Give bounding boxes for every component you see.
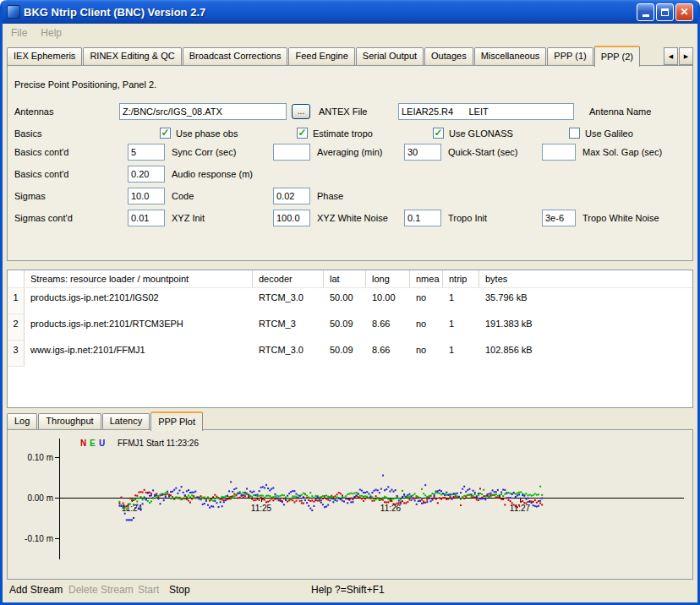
browse-antex-button[interactable]: ... xyxy=(292,104,310,119)
sync-corr-input[interactable] xyxy=(128,144,165,161)
cell-bytes: 102.856 kB xyxy=(479,341,692,367)
table-row[interactable]: 1 products.igs-ip.net:2101/IGS02 RTCM_3.… xyxy=(8,288,692,314)
maximize-button[interactable] xyxy=(656,3,674,21)
cell-long: 8.66 xyxy=(366,341,410,367)
audio-response-input[interactable] xyxy=(128,166,165,183)
max-sol-gap-label: Max Sol. Gap (sec) xyxy=(582,147,662,157)
header-nmea[interactable]: nmea xyxy=(410,270,443,287)
close-icon: ✕ xyxy=(680,7,688,17)
tab-log[interactable]: Log xyxy=(7,413,37,429)
cell-mountpoint: products.igs-ip.net:2101/IGS02 xyxy=(25,288,253,314)
legend-e: E xyxy=(90,439,96,448)
header-decoder[interactable]: decoder xyxy=(253,270,324,287)
delete-stream-button[interactable]: Delete Stream xyxy=(68,584,134,596)
tab-ppp-2[interactable]: PPP (2) xyxy=(594,46,640,67)
stop-button[interactable]: Stop xyxy=(169,584,190,596)
header-mountpoint[interactable]: Streams: resource loader / mountpoint xyxy=(25,270,253,287)
window-title: BKG Ntrip Client (BNC) Version 2.7 xyxy=(24,6,637,19)
quick-start-input[interactable] xyxy=(404,144,441,161)
x-tick-label: 11:27 xyxy=(510,504,531,513)
estimate-tropo-checkbox[interactable]: ✓ xyxy=(297,128,308,139)
antex-file-input[interactable] xyxy=(119,103,287,120)
check-icon: ✓ xyxy=(434,128,442,137)
menu-file[interactable]: File xyxy=(4,25,34,41)
basics-contd2-label: Basics cont'd xyxy=(14,169,68,179)
xyz-init-label: XYZ Init xyxy=(172,213,205,223)
row-number: 3 xyxy=(8,341,25,367)
sigma-code-label: Code xyxy=(172,191,194,201)
sigma-phase-input[interactable] xyxy=(273,188,310,204)
tropo-white-noise-input[interactable] xyxy=(542,210,576,226)
cell-mountpoint: www.igs-ip.net:2101/FFMJ1 xyxy=(25,341,253,367)
tab-ppp-1[interactable]: PPP (1) xyxy=(547,47,593,65)
audio-response-label: Audio response (m) xyxy=(172,169,253,179)
antex-file-label: ANTEX File xyxy=(319,106,367,117)
tab-throughput[interactable]: Throughput xyxy=(38,413,101,429)
antenna-name-label: Antenna Name xyxy=(589,106,651,117)
cell-lat: 50.09 xyxy=(324,341,366,367)
header-lat[interactable]: lat xyxy=(324,270,366,287)
table-row[interactable]: 2 products.igs-ip.net:2101/RTCM3EPH RTCM… xyxy=(8,314,692,341)
basics-contd-label: Basics cont'd xyxy=(14,147,68,157)
menu-help[interactable]: Help xyxy=(34,25,68,41)
tab-ppp-plot[interactable]: PPP Plot xyxy=(150,412,203,431)
close-button[interactable]: ✕ xyxy=(675,3,693,21)
minimize-button[interactable] xyxy=(637,3,654,21)
streams-table: Streams: resource loader / mountpoint de… xyxy=(7,270,693,408)
tab-outages[interactable]: Outages xyxy=(424,47,473,65)
tab-feed-engine[interactable]: Feed Engine xyxy=(288,47,354,65)
header-bytes[interactable]: bytes xyxy=(479,270,692,287)
menu-bar: File Help xyxy=(3,24,697,42)
cell-ntrip: 1 xyxy=(443,288,479,314)
streams-table-header: Streams: resource loader / mountpoint de… xyxy=(8,270,692,288)
xyz-init-input[interactable] xyxy=(128,210,165,226)
help-shortcut-label: Help ?=Shift+F1 xyxy=(311,584,385,596)
panel-caption: Precise Point Positioning, Panel 2. xyxy=(14,79,156,90)
cell-lat: 50.00 xyxy=(324,288,366,314)
x-tick-label: 11:26 xyxy=(380,504,402,513)
y-tick-label: -0.10 m xyxy=(25,534,53,543)
tab-latency[interactable]: Latency xyxy=(102,413,150,429)
tab-rinex-editing-qc[interactable]: RINEX Editing & QC xyxy=(83,47,181,65)
tab-miscellaneous[interactable]: Miscellaneous xyxy=(474,47,547,65)
tab-iex-ephemeris[interactable]: IEX Ephemeris xyxy=(7,47,82,65)
cell-mountpoint: products.igs-ip.net:2101/RTCM3EPH xyxy=(25,314,253,341)
cell-decoder: RTCM_3.0 xyxy=(253,288,324,314)
legend-n: N xyxy=(80,439,86,448)
check-icon: ✓ xyxy=(161,128,169,137)
tab-scroll-right-button[interactable]: ▶ xyxy=(679,47,693,65)
use-galileo-checkbox[interactable] xyxy=(569,128,580,139)
main-tabbar: IEX Ephemeris RINEX Editing & QC Broadca… xyxy=(7,46,693,65)
sigmas-contd-label: Sigmas cont'd xyxy=(14,213,73,223)
averaging-input[interactable] xyxy=(273,144,310,161)
xyz-white-noise-input[interactable] xyxy=(273,210,310,226)
xyz-white-noise-label: XYZ White Noise xyxy=(317,213,388,223)
header-ntrip[interactable]: ntrip xyxy=(443,270,479,287)
tab-scroll-left-button[interactable]: ◀ xyxy=(664,47,678,65)
antennas-label: Antennas xyxy=(14,106,53,117)
add-stream-button[interactable]: Add Stream xyxy=(9,584,63,596)
tab-broadcast-corrections[interactable]: Broadcast Corrections xyxy=(183,47,288,65)
tab-serial-output[interactable]: Serial Output xyxy=(356,47,424,65)
cell-long: 10.00 xyxy=(366,288,410,314)
check-icon: ✓ xyxy=(298,128,306,137)
basics-label: Basics xyxy=(14,128,41,139)
tropo-init-input[interactable] xyxy=(404,210,441,226)
antenna-name-input[interactable] xyxy=(398,103,574,120)
sigma-code-input[interactable] xyxy=(128,188,165,204)
quick-start-label: Quick-Start (sec) xyxy=(448,147,518,157)
cell-bytes: 191.383 kB xyxy=(479,314,692,341)
legend-u: U xyxy=(99,439,105,448)
use-glonass-checkbox[interactable]: ✓ xyxy=(433,128,444,139)
row-number: 1 xyxy=(8,288,25,314)
table-row[interactable]: 3 www.igs-ip.net:2101/FFMJ1 RTCM_3.0 50.… xyxy=(8,341,692,367)
maximize-icon xyxy=(661,8,669,16)
bottom-tabbar: Log Throughput Latency PPP Plot xyxy=(7,412,693,429)
use-galileo-label: Use Galileo xyxy=(585,128,633,139)
ppp-plot: N E U FFMJ1 Start 11:23:26 0.10 m 0.00 m… xyxy=(8,430,692,579)
max-sol-gap-input[interactable] xyxy=(542,144,576,161)
use-phase-obs-checkbox[interactable]: ✓ xyxy=(160,128,171,139)
header-long[interactable]: long xyxy=(366,270,410,287)
title-bar[interactable]: BKG Ntrip Client (BNC) Version 2.7 ✕ xyxy=(3,0,697,24)
start-button[interactable]: Start xyxy=(138,584,159,596)
